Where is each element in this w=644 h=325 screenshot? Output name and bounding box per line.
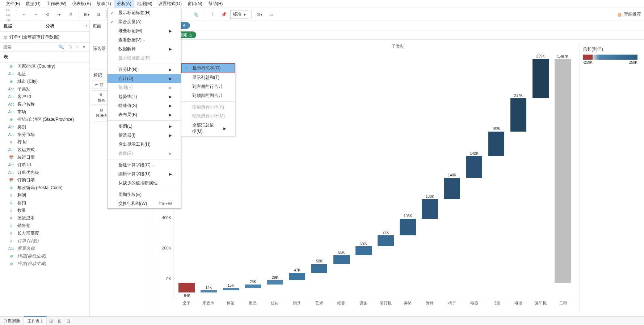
field-item[interactable]: #行 Id bbox=[0, 138, 89, 146]
datasource-tab[interactable]: ⊡ 数据源 bbox=[0, 317, 24, 325]
menu-item[interactable]: 到顶部的列合计 bbox=[181, 91, 235, 100]
field-item[interactable]: Abc地区 bbox=[0, 70, 89, 78]
field-item[interactable]: ⊕省/市/自治区 (State/Province) bbox=[0, 116, 89, 123]
duplicate-icon[interactable]: ⧉ bbox=[93, 10, 104, 19]
menu-item[interactable]: 堆叠标记(M)▶ bbox=[108, 26, 181, 35]
bar[interactable]: 58K bbox=[309, 54, 330, 298]
field-item[interactable]: #装运成本 bbox=[0, 214, 89, 222]
field-item[interactable]: Abc市场 bbox=[0, 108, 89, 116]
menu-item[interactable]: 交换行和列(W)Ctrl+W bbox=[108, 199, 181, 208]
bar[interactable]: 59K bbox=[353, 54, 374, 298]
back-icon[interactable]: ← bbox=[19, 10, 29, 19]
bar[interactable]: 130K bbox=[420, 54, 440, 298]
search-icon[interactable]: 🔍 bbox=[59, 44, 64, 50]
bar[interactable]: 140K bbox=[442, 54, 462, 298]
field-item[interactable]: Abc装运方式 bbox=[0, 146, 89, 154]
bar[interactable]: 47K bbox=[287, 54, 308, 298]
field-item[interactable]: #订单 (计数) bbox=[0, 237, 89, 245]
save-icon[interactable]: ▫▾ bbox=[54, 10, 64, 19]
bar[interactable]: 108K bbox=[397, 54, 418, 298]
field-item[interactable]: #利润 bbox=[0, 192, 89, 199]
bar[interactable]: 23K bbox=[243, 54, 263, 298]
menu-item[interactable]: 图例(L)▶ bbox=[108, 122, 181, 131]
menu-2[interactable]: 工作表(W) bbox=[43, 0, 69, 8]
menu-item[interactable]: 全部汇总依据(U)▶ bbox=[181, 121, 235, 136]
bar[interactable]: 29K bbox=[265, 54, 285, 298]
smart-recommend-button[interactable]: ▦ 智能推荐 bbox=[618, 11, 641, 17]
legend-gradient[interactable] bbox=[583, 55, 637, 60]
filter-icon[interactable]: ▽ bbox=[68, 44, 73, 50]
menu-item[interactable]: 趋势线(T)▶ bbox=[108, 92, 181, 101]
search-input[interactable] bbox=[3, 44, 57, 50]
menu-item[interactable]: 到左侧的行合计 bbox=[181, 82, 235, 91]
forward-icon[interactable]: → bbox=[31, 10, 41, 19]
bar[interactable]: 58K bbox=[331, 54, 352, 298]
menu-6[interactable]: 地图(M) bbox=[134, 0, 155, 8]
tableau-logo[interactable] bbox=[3, 10, 13, 19]
menu-item[interactable]: 百分比(N)▶ bbox=[108, 65, 181, 74]
text-icon[interactable]: T bbox=[207, 10, 217, 19]
data-tab[interactable]: 数据 bbox=[0, 21, 42, 31]
field-item[interactable]: Abc订单 Id bbox=[0, 161, 89, 169]
sheet-tab[interactable]: 工作表 1 bbox=[24, 316, 47, 325]
field-item[interactable]: ⊕经度(自动生成) bbox=[0, 260, 89, 268]
field-item[interactable]: ⊕国家/地区 (Country) bbox=[0, 63, 89, 70]
rows-shelf[interactable]: ≡ 总和(利润)△ bbox=[151, 30, 644, 40]
field-item[interactable]: Abc度量名称 bbox=[0, 245, 89, 252]
menu-item[interactable]: ✓聚合度量(A) bbox=[108, 17, 181, 26]
menu-item[interactable]: 周期字段(E) bbox=[108, 190, 181, 199]
columns-shelf[interactable]: ≡ 子类别≛ bbox=[151, 21, 644, 30]
menu-item[interactable]: 数据解释▶ bbox=[108, 44, 181, 54]
presentation-icon[interactable]: ▭ bbox=[266, 10, 276, 19]
pin2-icon[interactable]: 📌 bbox=[219, 10, 229, 19]
menu-item[interactable]: 查看数据(V)... bbox=[108, 35, 181, 44]
field-item[interactable]: Abc客户名称 bbox=[0, 101, 89, 108]
menu-item[interactable]: 筛选器(I)▶ bbox=[108, 131, 181, 140]
field-item[interactable]: Abc细分市场 bbox=[0, 131, 89, 138]
field-item[interactable]: Abc订单优先级 bbox=[0, 169, 89, 176]
field-item[interactable]: Abc子类别 bbox=[0, 85, 89, 93]
menu-item[interactable]: 从缺少的值推断属性 bbox=[108, 179, 181, 188]
field-item[interactable]: #数量 bbox=[0, 207, 89, 214]
menu-item[interactable]: 特殊值(S)▶ bbox=[108, 101, 181, 110]
menu-1[interactable]: 数据(D) bbox=[23, 0, 43, 8]
field-item[interactable]: 📅订购日期 bbox=[0, 176, 89, 184]
bar[interactable]: 259K bbox=[530, 54, 551, 298]
menu-item[interactable]: ✓显示行总和(G) bbox=[181, 63, 235, 73]
menu-item[interactable]: 突出显示工具(H) bbox=[108, 140, 181, 149]
bar[interactable]: 142K bbox=[464, 54, 484, 298]
menu-8[interactable]: 窗口(N) bbox=[185, 0, 205, 8]
new-story-icon[interactable]: ⊡ bbox=[64, 318, 73, 324]
field-item[interactable]: ⊕邮政编码 (Postal Code) bbox=[0, 184, 89, 192]
menu-3[interactable]: 仪表板(B) bbox=[69, 0, 94, 8]
menu-7[interactable]: 设置格式(O) bbox=[155, 0, 185, 8]
bar[interactable]: 1,467K bbox=[552, 54, 573, 298]
bar[interactable]: 217K bbox=[508, 54, 529, 298]
menu-item[interactable]: 编辑计算字段(U)▶ bbox=[108, 170, 181, 179]
menu-item[interactable]: 合计(O)▶ bbox=[108, 74, 181, 83]
menu-4[interactable]: 故事(T) bbox=[94, 0, 114, 8]
field-item[interactable]: ⊕城市 (City) bbox=[0, 78, 89, 85]
analytics-tab[interactable]: 分析 bbox=[42, 21, 84, 31]
new-datasource-icon[interactable]: ⎙ bbox=[66, 10, 76, 19]
menu-5[interactable]: 分析(A) bbox=[114, 0, 134, 8]
datasource-item[interactable]: ⊜ 订单+ (全球超市订单数据) bbox=[0, 32, 89, 43]
field-item[interactable]: 📅装运日期 bbox=[0, 154, 89, 161]
menu-item[interactable]: ✓显示标记标签(H) bbox=[108, 8, 181, 17]
field-item[interactable]: Abc类别 bbox=[0, 123, 89, 131]
new-worksheet-icon[interactable]: ⊞ bbox=[47, 318, 55, 324]
fit-dropdown[interactable]: 标准▾ bbox=[230, 10, 248, 19]
menu-item[interactable]: 表布局(B)▶ bbox=[108, 110, 181, 119]
field-item[interactable]: ⊕纬度(自动生成) bbox=[0, 252, 89, 260]
pin-icon[interactable]: 📎 bbox=[191, 10, 201, 19]
chevron-down-icon[interactable]: ▾ bbox=[81, 44, 87, 50]
show-hide-icon[interactable]: ⊡▾ bbox=[254, 10, 265, 19]
menu-9[interactable]: 帮助(H) bbox=[205, 0, 226, 8]
new-sheet-icon[interactable]: ⊞▾ bbox=[82, 10, 92, 19]
bar[interactable]: 72K bbox=[375, 54, 396, 298]
field-item[interactable]: #折扣 bbox=[0, 199, 89, 207]
field-item[interactable]: Abc客户 Id bbox=[0, 93, 89, 101]
new-dashboard-icon[interactable]: ⊞ bbox=[55, 318, 64, 324]
bar[interactable]: 162K bbox=[486, 54, 507, 298]
menu-item[interactable]: 显示列总和(T) bbox=[181, 73, 235, 82]
